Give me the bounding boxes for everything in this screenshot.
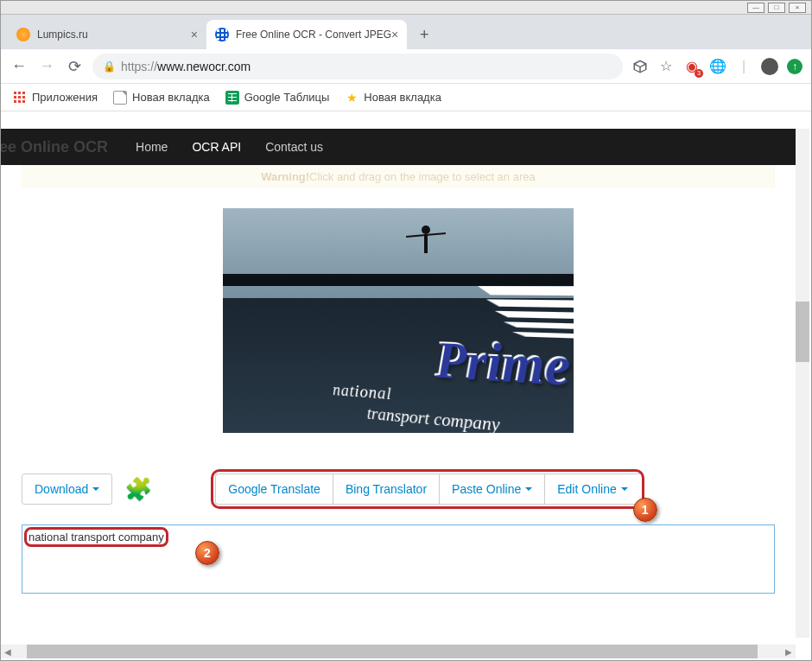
- lock-icon: 🔒: [103, 60, 116, 73]
- nav-contact[interactable]: Contact us: [253, 140, 335, 154]
- nav-ocr-api[interactable]: OCR API: [180, 140, 253, 154]
- back-button[interactable]: ←: [10, 57, 29, 76]
- file-icon: [113, 91, 127, 105]
- nav-home[interactable]: Home: [124, 140, 180, 154]
- tab-newocr[interactable]: Free Online OCR - Convert JPEG ×: [206, 20, 407, 49]
- ocr-image[interactable]: Prime national transport company: [223, 208, 574, 433]
- caret-icon: [525, 487, 532, 491]
- site-logo[interactable]: ee Online OCR: [1, 138, 124, 156]
- result-toolbar: Download 🧩 Google Translate Bing Transla…: [22, 469, 775, 509]
- extension-badge: 3: [695, 69, 703, 78]
- button-label: Bing Translator: [346, 482, 427, 496]
- puzzle-icon[interactable]: 🧩: [124, 475, 152, 503]
- star-icon[interactable]: ☆: [657, 58, 675, 75]
- vertical-scrollbar[interactable]: [796, 129, 809, 638]
- google-translate-button[interactable]: Google Translate: [215, 474, 333, 505]
- bing-translator-button[interactable]: Bing Translator: [333, 474, 439, 505]
- close-icon[interactable]: ×: [191, 28, 198, 41]
- warning-label: Warning!: [261, 170, 309, 183]
- url-host: www.newocr.com: [157, 60, 251, 73]
- bookmark-label: Новая вкладка: [364, 91, 441, 104]
- star-bookmark-icon: ★: [345, 91, 358, 105]
- bookmark-newtab2[interactable]: ★Новая вкладка: [345, 91, 441, 105]
- callout-1: 1: [633, 498, 657, 522]
- scroll-left-button[interactable]: ◀: [1, 645, 15, 658]
- sign-line1: national: [333, 379, 391, 404]
- paste-online-button[interactable]: Paste Online: [439, 474, 544, 505]
- warning-strip: Warning! Click and drag on the image to …: [22, 165, 775, 187]
- apps-icon: [13, 91, 27, 105]
- site-nav: ee Online OCR Home OCR API Contact us: [1, 129, 796, 165]
- addressbar-icons: ☆ ◉3 🌐 | ↑: [631, 58, 802, 75]
- forward-button[interactable]: →: [37, 57, 56, 76]
- caret-icon: [621, 487, 628, 491]
- globe-icon[interactable]: 🌐: [709, 58, 726, 75]
- address-bar: ← → ⟳ 🔒 https://www.newocr.com ☆ ◉3 🌐 | …: [1, 49, 811, 84]
- window-maximize-button[interactable]: □: [768, 3, 785, 13]
- caret-icon: [92, 487, 99, 491]
- result-textarea[interactable]: national transport company 2: [22, 524, 775, 594]
- extension-icon[interactable]: ◉3: [683, 58, 701, 75]
- download-button[interactable]: Download: [22, 474, 112, 505]
- bookmark-label: Приложения: [32, 91, 98, 104]
- scrollbar-thumb[interactable]: [796, 302, 809, 362]
- bookmark-sheets[interactable]: Google Таблицы: [225, 91, 330, 105]
- favicon-grid-icon: [215, 28, 229, 41]
- reload-button[interactable]: ⟳: [65, 57, 84, 76]
- extension-green-icon[interactable]: ↑: [787, 59, 802, 74]
- window-close-button[interactable]: ×: [789, 3, 806, 13]
- button-label: Edit Online: [557, 482, 616, 496]
- favicon-orange-icon: [16, 28, 30, 41]
- scroll-right-button[interactable]: ▶: [782, 645, 796, 658]
- result-area: national transport company 2: [22, 524, 775, 594]
- result-text-highlight: national transport company: [24, 527, 168, 547]
- url-field[interactable]: 🔒 https://www.newocr.com: [92, 54, 623, 79]
- bookmark-label: Google Таблицы: [244, 91, 330, 104]
- sheets-icon: [225, 91, 239, 105]
- result-text: national transport company: [29, 531, 164, 543]
- sign-line2: transport company: [367, 403, 500, 433]
- horizontal-scrollbar[interactable]: ◀ ▶: [1, 645, 796, 658]
- bookmark-newtab1[interactable]: Новая вкладка: [113, 91, 210, 105]
- translate-button-group: Google Translate Bing Translator Paste O…: [211, 469, 644, 509]
- person-silhouette: [413, 226, 439, 277]
- button-label: Paste Online: [452, 482, 521, 496]
- edit-online-button[interactable]: Edit Online: [544, 474, 639, 505]
- page-content: ee Online OCR Home OCR API Contact us Wa…: [1, 129, 796, 645]
- window-chrome: — □ ×: [1, 1, 811, 15]
- warning-text: Click and drag on the image to select an…: [309, 170, 536, 183]
- callout-2: 2: [195, 541, 219, 565]
- tab-bar: Lumpics.ru × Free Online OCR - Convert J…: [1, 15, 811, 49]
- translate-icon[interactable]: [631, 58, 649, 75]
- bookmark-apps[interactable]: Приложения: [13, 91, 98, 105]
- close-icon[interactable]: ×: [391, 28, 398, 41]
- bookmark-label: Новая вкладка: [132, 91, 210, 104]
- window-minimize-button[interactable]: —: [747, 3, 764, 13]
- url-scheme: https://: [121, 60, 157, 73]
- menu-divider: |: [735, 58, 752, 75]
- tab-title: Free Online OCR - Convert JPEG: [236, 29, 391, 41]
- profile-avatar[interactable]: [761, 58, 778, 75]
- button-label: Google Translate: [228, 482, 320, 496]
- tab-title: Lumpics.ru: [37, 29, 88, 41]
- bookmarks-bar: Приложения Новая вкладка Google Таблицы …: [1, 84, 811, 111]
- sign-brand: Prime: [436, 329, 571, 399]
- new-tab-button[interactable]: +: [412, 22, 436, 47]
- tab-lumpics[interactable]: Lumpics.ru ×: [8, 20, 206, 49]
- scrollbar-thumb[interactable]: [27, 645, 758, 658]
- button-label: Download: [35, 482, 88, 496]
